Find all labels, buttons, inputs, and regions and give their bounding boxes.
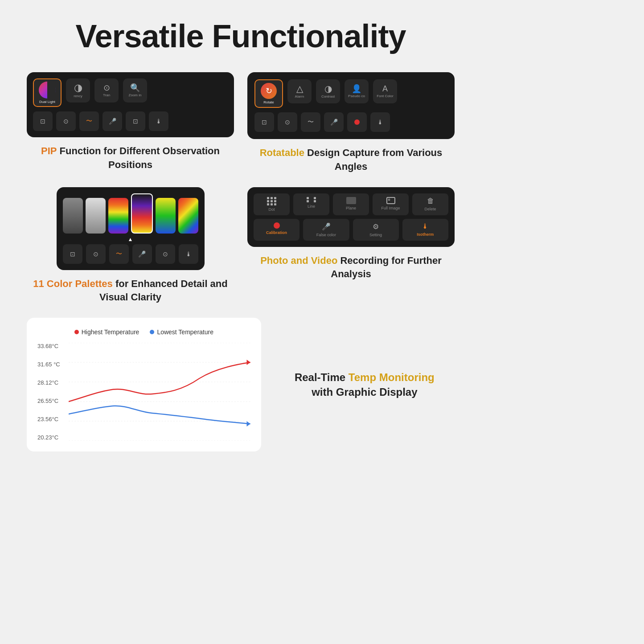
r-icon-1[interactable]: ⊡ — [254, 112, 274, 132]
fullimage-button[interactable]: Full Image — [373, 193, 409, 215]
pip-icon-3[interactable]: 〜 — [79, 111, 99, 131]
legend-highest: Highest Temperature — [74, 328, 139, 336]
palette-screenshot: ▲ ⊡ ⊙ 〜 🎤 ⊙ 🌡 — [57, 187, 205, 270]
pip-icon-5[interactable]: ⊡ — [126, 111, 145, 131]
pal-icon-2[interactable]: ⊙ — [86, 244, 106, 264]
pip-icon-2[interactable]: ⊙ — [56, 111, 76, 131]
chart-subtitle: with Graphic Display — [312, 386, 417, 398]
chart-plot — [69, 343, 250, 441]
line-button[interactable]: Line — [293, 193, 329, 215]
legend-lowest: Lowest Temperature — [150, 328, 213, 336]
y-label-6: 20.23°C — [37, 434, 69, 441]
r-icon-6[interactable]: 🌡 — [370, 112, 390, 132]
dual-light-button[interactable]: Dual Light — [33, 78, 62, 107]
swatch-5 — [156, 198, 176, 234]
r-icon-3[interactable]: 〜 — [301, 112, 320, 132]
palette-bottom-row: ⊡ ⊙ 〜 🎤 ⊙ 🌡 — [63, 244, 198, 264]
features-grid: Dual Light ◑ rency ⊙ Tran 🔍 Zoom in — [27, 72, 455, 304]
rotate-screenshot: ↻ Rotate △ Alarm ◑ Contrast 👤 Pseudo — [247, 72, 455, 139]
calibration-button[interactable]: Calibration — [254, 219, 299, 241]
setting-button[interactable]: ⚙ Setting — [353, 219, 399, 241]
lowest-label: Lowest Temperature — [157, 328, 213, 336]
y-label-5: 23.56°C — [37, 416, 69, 422]
chart-card: Highest Temperature Lowest Temperature 3… — [27, 318, 261, 451]
pip-feature-text: PIP Function for Different Observation P… — [27, 144, 234, 172]
transparency-button[interactable]: ◑ rency — [66, 78, 90, 103]
palette-text: for Enhanced Detail and Visual Clarity — [99, 278, 228, 303]
y-label-4: 26.55°C — [37, 398, 69, 404]
recording-feature-text: Photo and Video Recording for Further An… — [247, 254, 455, 282]
r-icon-5[interactable] — [347, 112, 367, 132]
page-title: Versatile Functionality — [27, 18, 455, 54]
rotate-icon-row: ↻ Rotate △ Alarm ◑ Contrast 👤 Pseudo — [254, 79, 447, 108]
rotate-feature-text: Rotatable Design Capture from Various An… — [247, 146, 455, 174]
swatch-4-selected — [131, 193, 153, 234]
zoom-icon: 🔍 — [130, 84, 140, 92]
dot-button[interactable]: Dot — [254, 193, 290, 215]
y-label-3: 28.12°C — [37, 379, 69, 386]
r-icon-4[interactable]: 🎤 — [324, 112, 344, 132]
alarm-button[interactable]: △ Alarm — [287, 79, 312, 103]
zoom-button[interactable]: 🔍 Zoom in — [123, 78, 147, 103]
delete-button[interactable]: 🗑 Delete — [412, 193, 448, 215]
isotherm-button[interactable]: 🌡 Isotherm — [402, 219, 448, 241]
tran-label: Tran — [103, 93, 110, 97]
plane-button[interactable]: Plane — [333, 193, 369, 215]
highest-label: Highest Temperature — [82, 328, 139, 336]
falsecolor-button[interactable]: 🎤 False color — [303, 219, 349, 241]
pal-icon-4[interactable]: 🎤 — [132, 244, 152, 264]
palette-swatches — [63, 193, 198, 234]
feature-recording: Dot Line — [247, 187, 455, 305]
rotate-button[interactable]: ↻ Rotate — [254, 79, 283, 108]
transparency-icon: ◑ — [74, 83, 82, 93]
pip-highlight: PIP — [41, 145, 57, 156]
chart-highlight: Temp Monitoring — [349, 371, 435, 383]
tran-button[interactable]: ⊙ Tran — [94, 78, 119, 103]
chart-legend: Highest Temperature Lowest Temperature — [37, 328, 250, 336]
svg-marker-7 — [246, 421, 250, 427]
fontcolor-button[interactable]: A Font Color — [373, 79, 397, 103]
pip-icon-6[interactable]: 🌡 — [149, 111, 168, 131]
dual-light-label: Dual Light — [39, 100, 55, 104]
chart-description: Real-Time Temp Monitoring with Graphic D… — [295, 370, 435, 400]
swatch-2 — [86, 198, 106, 234]
pip-icon-4[interactable]: 🎤 — [103, 111, 122, 131]
recording-screenshot: Dot Line — [247, 187, 455, 247]
recording-highlight: Photo and Video — [260, 255, 337, 266]
transparency-label: rency — [74, 94, 82, 98]
pip-icon-1[interactable]: ⊡ — [33, 111, 53, 131]
zoom-label: Zoom in — [129, 93, 142, 97]
pip-icon-row: Dual Light ◑ rency ⊙ Tran 🔍 Zoom in — [33, 78, 228, 107]
palette-highlight: 11 Color Palettes — [33, 278, 113, 289]
swatch-arrow: ▲ — [63, 236, 198, 242]
swatch-1 — [63, 198, 83, 234]
highest-dot — [74, 330, 79, 334]
chart-y-labels: 33.68°C 31.65 °C 28.12°C 26.55°C 23.56°C… — [37, 343, 69, 441]
pip-bottom-row: ⊡ ⊙ 〜 🎤 ⊡ 🌡 — [33, 111, 228, 131]
svg-marker-6 — [246, 360, 250, 365]
rotate-bottom-row: ⊡ ⊙ 〜 🎤 🌡 — [254, 112, 447, 132]
feature-pip: Dual Light ◑ rency ⊙ Tran 🔍 Zoom in — [27, 72, 234, 174]
pal-icon-1[interactable]: ⊡ — [63, 244, 82, 264]
recording-text: Recording for Further Analysis — [331, 255, 442, 280]
chart-section: Highest Temperature Lowest Temperature 3… — [27, 318, 455, 451]
recording-top-row: Dot Line — [254, 193, 448, 215]
pal-icon-3[interactable]: 〜 — [109, 244, 129, 264]
rotate-text: Design Capture from Various Angles — [304, 147, 442, 172]
pseudocolor-button[interactable]: 👤 Pseudo co — [345, 79, 369, 103]
chart-text-right: Real-Time Temp Monitoring with Graphic D… — [275, 370, 455, 400]
pal-icon-6[interactable]: 🌡 — [179, 244, 198, 264]
pip-screenshot: Dual Light ◑ rency ⊙ Tran 🔍 Zoom in — [27, 72, 234, 137]
contrast-button[interactable]: ◑ Contrast — [316, 79, 340, 103]
pal-icon-5[interactable]: ⊙ — [156, 244, 175, 264]
pip-text: Function for Different Observation Posit… — [57, 145, 220, 170]
y-label-1: 33.68°C — [37, 343, 69, 349]
rotate-highlight: Rotatable — [260, 147, 304, 158]
chart-title: Real-Time — [295, 371, 349, 383]
r-icon-2[interactable]: ⊙ — [278, 112, 297, 132]
recording-bottom-row: Calibration 🎤 False color ⚙ Setting 🌡 Is… — [254, 219, 448, 241]
page-container: Versatile Functionality Dual Light ◑ ren… — [0, 0, 481, 478]
chart-area: 33.68°C 31.65 °C 28.12°C 26.55°C 23.56°C… — [37, 343, 250, 441]
feature-palette: ▲ ⊡ ⊙ 〜 🎤 ⊙ 🌡 11 Color Palettes for Enha… — [27, 187, 234, 305]
tran-icon: ⊙ — [103, 84, 110, 92]
